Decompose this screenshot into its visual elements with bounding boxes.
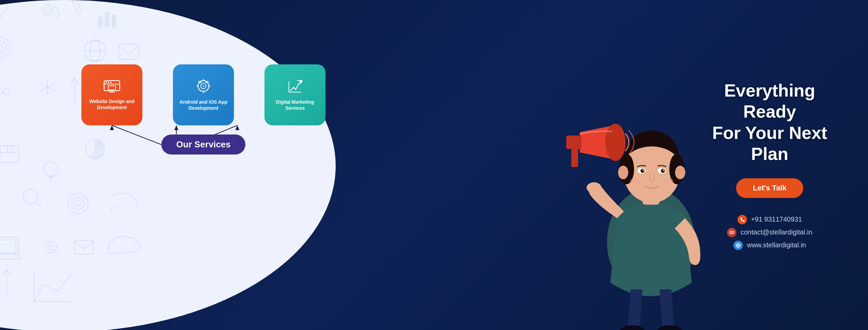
- service-cards-row: Website Design and Development: [81, 64, 326, 125]
- blob-shape: [0, 0, 390, 330]
- tagline-line1: Everything Ready: [724, 81, 815, 121]
- svg-point-68: [203, 85, 204, 87]
- contact-info: +91 9311740931 contact@stellardigital.in…: [698, 215, 841, 250]
- svg-point-76: [199, 81, 201, 83]
- svg-rect-106: [571, 148, 578, 167]
- svg-rect-10: [98, 17, 102, 27]
- svg-point-63: [105, 82, 107, 83]
- web-icon: [733, 241, 743, 250]
- website-text: www.stellardigital.in: [747, 241, 806, 249]
- svg-point-1: [0, 0, 336, 330]
- svg-rect-107: [730, 231, 734, 234]
- website-service-card[interactable]: Website Design and Development: [81, 64, 142, 125]
- svg-rect-60: [108, 86, 116, 90]
- svg-point-96: [661, 169, 665, 173]
- blob-area: [0, 0, 390, 330]
- tagline: Everything Ready For Your Next Plan: [698, 80, 841, 165]
- right-panel: Everything Ready For Your Next Plan Let'…: [698, 80, 841, 250]
- svg-point-102: [620, 325, 644, 330]
- digital-service-card[interactable]: Digital Marketing Services: [264, 64, 326, 125]
- svg-point-98: [663, 169, 664, 171]
- digital-card-label: Digital Marketing Services: [270, 99, 320, 111]
- email-text: contact@stellardigital.in: [741, 228, 812, 236]
- phone-contact: +91 9311740931: [737, 215, 802, 224]
- svg-point-100: [664, 178, 673, 184]
- svg-point-104: [605, 124, 626, 161]
- phone-text: +91 9311740931: [751, 215, 802, 223]
- website-icon: [103, 79, 120, 95]
- megaphone-svg: [553, 108, 637, 183]
- svg-point-97: [643, 169, 644, 171]
- svg-rect-12: [112, 15, 116, 27]
- svg-rect-11: [105, 12, 109, 27]
- website-card-label: Website Design and Development: [87, 98, 137, 110]
- lets-talk-button[interactable]: Let's Talk: [736, 178, 804, 198]
- svg-point-92: [675, 166, 685, 179]
- our-services-pill[interactable]: Our Services: [161, 135, 245, 154]
- svg-point-75: [205, 81, 208, 83]
- android-icon: [195, 79, 212, 96]
- megaphone-illustration: [553, 108, 637, 184]
- svg-point-65: [110, 82, 112, 83]
- svg-point-103: [658, 325, 682, 330]
- services-section: Website Design and Development: [81, 64, 326, 154]
- email-contact: contact@stellardigital.in: [727, 228, 812, 237]
- svg-point-95: [640, 169, 645, 173]
- tagline-line2: For Your Next Plan: [712, 123, 827, 164]
- website-contact: www.stellardigital.in: [733, 241, 806, 250]
- android-card-label: Android and iOS App Development: [178, 99, 229, 111]
- svg-point-64: [108, 82, 109, 83]
- android-service-card[interactable]: Android and iOS App Development: [173, 64, 234, 125]
- svg-rect-105: [566, 136, 581, 149]
- phone-icon: [737, 215, 747, 224]
- digital-icon: [288, 79, 302, 96]
- svg-marker-84: [174, 125, 178, 130]
- email-icon: [727, 228, 736, 237]
